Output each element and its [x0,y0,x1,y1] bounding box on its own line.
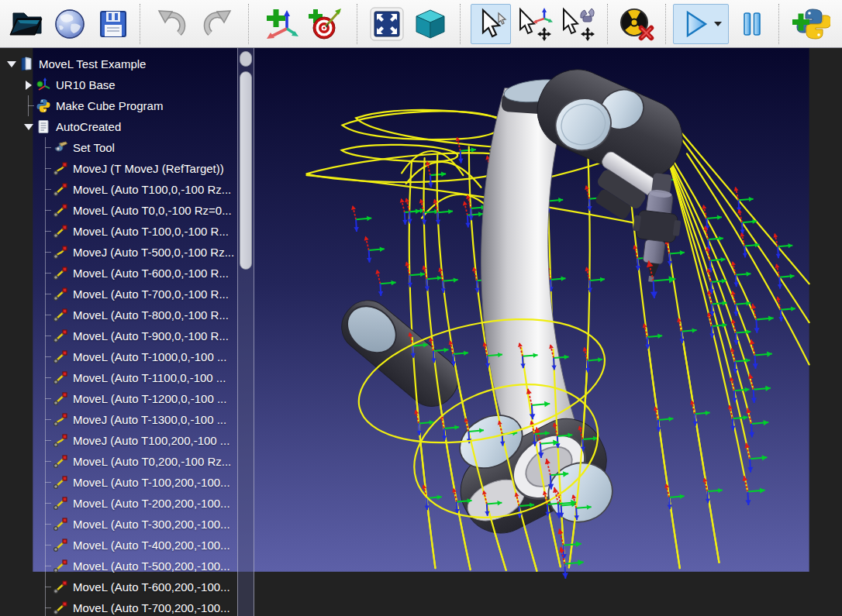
isometric-view-button[interactable] [410,4,450,44]
play-dropdown-icon[interactable] [714,22,722,26]
add-python-program-button[interactable] [791,4,831,44]
tree-scrollbar-thumb[interactable] [240,71,252,270]
tree-item-label: Make Cube Program [56,99,163,112]
tree-item-24[interactable]: MoveL (Auto T-500,200,-100... [0,556,234,576]
tree-item-8[interactable]: MoveL (Auto T-100,0,-100 R... [0,221,234,242]
tree-item-11[interactable]: MoveL (Auto T-700,0,-100 R... [0,284,234,305]
redo-button[interactable] [196,4,236,44]
expander-down-icon[interactable] [22,116,35,137]
tree-item-label: MoveL (Auto T-600,200,-100... [73,580,230,594]
tree-item-20[interactable]: MoveL (Auto T-100,200,-100... [0,472,234,493]
play-icon [680,9,711,40]
main-toolbar [0,0,842,48]
redo-icon [198,7,234,41]
check-collisions-off-button[interactable] [616,4,657,44]
movej-icon [53,161,68,176]
open-online-library-button[interactable] [50,4,90,44]
add-target-button[interactable] [305,4,345,44]
tree-item-3[interactable]: AutoCreated [0,116,234,137]
tree-item-label: MoveL (Auto T-100,0,-100 R... [73,225,229,238]
tree-guide-line [39,221,52,242]
tree-guide-line [39,263,52,284]
pause-icon [737,9,768,40]
movel-icon [53,559,68,573]
tree-item-label: MoveL Test Example [39,57,146,71]
tree-item-17[interactable]: MoveJ (Auto T-1300,0,-100 ... [0,409,234,430]
tree-item-12[interactable]: MoveL (Auto T-800,0,-100 R... [0,305,234,325]
tree-guide-line [39,597,52,616]
expander-down-icon[interactable] [5,53,18,74]
add-target-icon [307,7,343,41]
save-station-button[interactable] [93,4,133,44]
tree-item-22[interactable]: MoveL (Auto T-300,200,-100... [0,514,234,535]
add-reference-frame-button[interactable] [261,4,302,44]
movel-icon [53,203,68,218]
tree-item-0[interactable]: MoveL Test Example [0,53,234,74]
tree-item-label: UR10 Base [56,78,116,91]
tree-item-7[interactable]: MoveL (Auto T0,0,-100 Rz=0... [0,200,234,221]
tree-guide-line [39,472,52,493]
movel-icon [53,308,68,322]
tree-item-26[interactable]: MoveL (Auto T-700,200,-100... [0,597,234,616]
tree-item-label: MoveL (Auto T-500,200,-100... [73,559,230,573]
move-reference-button[interactable] [514,4,554,44]
open-project-button[interactable] [6,4,47,44]
folder-open-icon [9,7,44,41]
tree-item-18[interactable]: MoveJ (Auto T100,200,-100 ... [0,430,234,451]
movel-icon [53,182,68,197]
tree-item-label: MoveL (Auto T-800,0,-100 R... [73,308,229,322]
tree-guide-line [39,430,52,451]
tree-item-label: MoveL (Auto T-400,200,-100... [73,539,230,552]
movel-icon [53,266,68,280]
tree-item-1[interactable]: UR10 Base [0,74,234,95]
toolbar-group-2 [248,4,357,44]
tree-item-label: MoveL (Auto T-1100,0,-100 ... [73,371,226,384]
save-icon [96,7,130,41]
tree-item-15[interactable]: MoveL (Auto T-1100,0,-100 ... [0,367,234,388]
tree-item-16[interactable]: MoveL (Auto T-1200,0,-100 ... [0,388,234,409]
tree-guide-line [39,305,52,325]
tree-item-label: MoveL (Auto T-1200,0,-100 ... [73,392,226,405]
tree-item-5[interactable]: MoveJ (T MoveJ (RefTarget)) [0,158,234,179]
toolbar-group-4 [460,4,607,44]
toolbar-group-5 [607,4,665,44]
station-tree[interactable]: MoveL Test ExampleUR10 BaseMake Cube Pro… [0,48,234,616]
pause-simulation-button[interactable] [732,4,772,44]
tree-item-14[interactable]: MoveL (Auto T-1000,0,-100 ... [0,346,234,367]
frame-icon [36,77,51,92]
tree-guide-line [39,514,52,535]
tree-item-2[interactable]: Make Cube Program [0,95,234,116]
movel-icon [53,496,68,511]
run-simulation-button[interactable] [673,4,729,44]
fit-all-icon [369,7,405,41]
movel-icon [53,391,68,406]
move-tool-button[interactable] [557,4,598,44]
tree-item-label: MoveL (Auto T-300,200,-100... [73,518,230,531]
fit-all-button[interactable] [367,4,407,44]
tree-item-label: Set Tool [73,141,115,154]
tree-item-21[interactable]: MoveL (Auto T-200,200,-100... [0,493,234,514]
tree-item-label: MoveL (Auto T-700,200,-100... [73,601,230,614]
tree-item-13[interactable]: MoveL (Auto T-900,0,-100 R... [0,325,234,346]
tree-item-19[interactable]: MoveL (Auto T0,200,-100 Rz... [0,451,234,472]
tree-item-10[interactable]: MoveL (Auto T-600,0,-100 R... [0,263,234,284]
collisions-icon [618,7,655,41]
toolbar-group-3 [357,4,460,44]
tree-item-label: MoveJ (Auto T100,200,-100 ... [73,434,229,447]
select-cursor-button[interactable] [471,4,511,44]
tree-item-6[interactable]: MoveL (Auto T100,0,-100 Rz... [0,179,234,200]
undo-button[interactable] [153,4,193,44]
tree-guide-line [39,535,52,556]
movel-icon [53,538,68,552]
tree-item-label: MoveL (Auto T0,200,-100 Rz... [73,455,231,468]
expander-right-icon[interactable] [22,74,35,95]
tree-item-25[interactable]: MoveL (Auto T-600,200,-100... [0,576,234,597]
tree-item-9[interactable]: MoveJ (Auto T-500,0,-100 Rz... [0,242,234,263]
tree-item-label: MoveL (Auto T-900,0,-100 R... [73,329,229,342]
add-python-icon [792,7,830,41]
tree-guide-line [39,576,52,597]
tree-item-4[interactable]: Set Tool [0,137,234,158]
tree-scrollbar-track[interactable] [237,48,254,616]
tree-item-23[interactable]: MoveL (Auto T-400,200,-100... [0,535,234,556]
tree-scrollbar-up[interactable] [240,51,252,67]
